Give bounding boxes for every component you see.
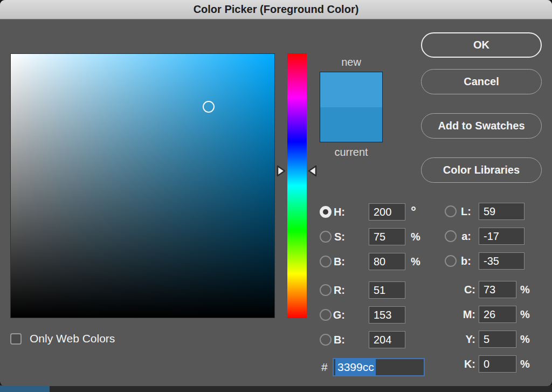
green-input[interactable] <box>369 306 405 324</box>
green-label: G: <box>330 306 345 324</box>
field-row-magenta: M: % <box>445 306 542 323</box>
field-row-red: R: <box>320 281 433 299</box>
hue-slider-handle-left[interactable] <box>275 164 286 178</box>
new-color-swatch <box>320 72 382 107</box>
color-marker[interactable] <box>203 101 215 113</box>
red-label: R: <box>330 281 345 299</box>
hue-slider-handle-right[interactable] <box>307 164 318 178</box>
only-web-colors-checkbox[interactable] <box>10 333 22 345</box>
lab-l-label: L: <box>452 203 471 220</box>
lab-a-input[interactable] <box>479 228 525 245</box>
saturation-input[interactable] <box>369 228 405 245</box>
lab-l-input[interactable] <box>479 203 525 220</box>
field-row-blue: B: <box>320 331 433 348</box>
magenta-unit: % <box>520 306 530 323</box>
red-input[interactable] <box>369 281 405 299</box>
cyan-unit: % <box>520 281 530 298</box>
brightness-unit: % <box>411 253 420 270</box>
yellow-unit: % <box>520 331 530 348</box>
color-picker-dialog: Color Picker (Foreground Color) new curr… <box>0 0 552 386</box>
cyan-label: C: <box>452 281 475 298</box>
lab-b-input[interactable] <box>479 252 525 270</box>
current-color-swatch <box>320 107 382 142</box>
field-row-hue: H: ° <box>320 203 433 221</box>
black-unit: % <box>520 355 530 373</box>
hue-unit: ° <box>411 203 416 219</box>
brightness-input[interactable] <box>369 253 405 270</box>
field-row-cyan: C: % <box>445 281 542 298</box>
field-row-lab-a: a: <box>445 228 542 245</box>
magenta-label: M: <box>452 306 475 323</box>
lab-a-label: a: <box>452 228 471 245</box>
saturation-label: S: <box>330 228 345 245</box>
hex-prefix: # <box>321 358 328 376</box>
brightness-label: B: <box>330 253 345 270</box>
triangle-left-icon <box>307 164 318 178</box>
only-web-colors-label: Only Web Colors <box>30 332 115 346</box>
field-row-yellow: Y: % <box>445 331 542 348</box>
hex-input[interactable]: 3399cc <box>333 358 425 376</box>
hex-selected-text: 3399cc <box>335 359 376 375</box>
field-row-lab-l: L: <box>445 203 542 220</box>
field-row-lab-b: b: <box>445 252 542 270</box>
black-label: K: <box>452 355 475 373</box>
triangle-right-icon <box>275 164 286 178</box>
dialog-title: Color Picker (Foreground Color) <box>194 3 359 16</box>
new-color-label: new <box>320 56 383 68</box>
saturation-brightness-field[interactable] <box>10 53 275 318</box>
hue-slider[interactable] <box>287 53 307 318</box>
cyan-input[interactable] <box>479 281 516 298</box>
field-row-green: G: <box>320 306 433 324</box>
hue-label: H: <box>330 203 345 221</box>
hex-row: # 3399cc <box>320 358 433 376</box>
color-comparison-swatch <box>320 72 383 142</box>
field-row-saturation: S: % <box>320 228 433 245</box>
blue-input[interactable] <box>369 331 405 348</box>
field-row-brightness: B: % <box>320 253 433 270</box>
blue-label: B: <box>330 331 345 348</box>
cancel-button[interactable]: Cancel <box>421 69 542 94</box>
dialog-titlebar[interactable]: Color Picker (Foreground Color) <box>0 0 552 19</box>
background-app-fragment <box>0 386 50 392</box>
yellow-input[interactable] <box>479 331 516 348</box>
magenta-input[interactable] <box>479 306 516 323</box>
black-input[interactable] <box>479 355 516 373</box>
lab-b-label: b: <box>452 252 471 270</box>
add-to-swatches-button[interactable]: Add to Swatches <box>421 113 542 139</box>
current-color-label: current <box>320 146 383 159</box>
field-row-black: K: % <box>445 355 542 373</box>
ok-button[interactable]: OK <box>421 32 542 58</box>
color-libraries-button[interactable]: Color Libraries <box>421 157 542 183</box>
saturation-unit: % <box>411 228 420 245</box>
hue-input[interactable] <box>369 203 405 221</box>
yellow-label: Y: <box>452 331 475 348</box>
